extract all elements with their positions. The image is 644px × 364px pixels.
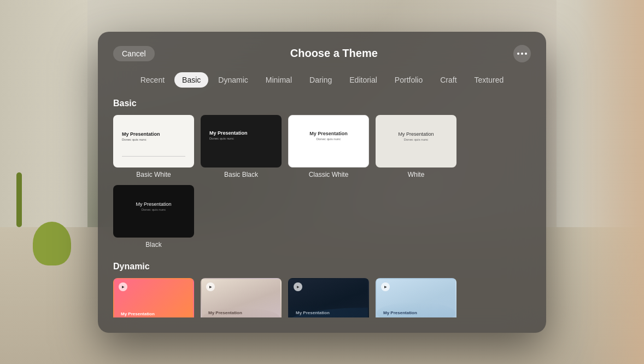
slide-title: My Presentation	[289, 131, 368, 136]
modal-title: Choose a Theme	[155, 47, 513, 60]
slide-title: My Presentation	[121, 311, 155, 316]
thumb-black: My Presentation Donec quis nunc	[113, 185, 194, 238]
theme-name-black: Black	[145, 241, 161, 249]
section-basic-label: Basic	[113, 99, 529, 108]
slide-line	[122, 156, 185, 157]
theme-basic-white[interactable]: My Presentation Donec quis nunc Basic Wh…	[113, 115, 194, 178]
play-icon-clouds-light: ▶	[381, 282, 390, 291]
slide-title: My Presentation	[122, 131, 160, 137]
tab-daring[interactable]: Daring	[302, 72, 339, 88]
slide-title: My Presentation	[377, 131, 455, 137]
section-dynamic-label: Dynamic	[113, 262, 529, 271]
slide-sub: Donec quis nunc	[289, 137, 368, 141]
plant-pot	[33, 222, 71, 265]
slide-sub: Donec quis nunc	[122, 138, 147, 141]
cancel-button[interactable]: Cancel	[113, 46, 155, 61]
slide-sub: Donec quis nunc	[114, 208, 193, 211]
play-icon-waves-light: ▶	[206, 282, 215, 291]
thumb-white: My Presentation Donec quis nunc	[376, 115, 456, 167]
plant-stem	[16, 172, 22, 227]
curtain-right	[578, 0, 644, 364]
theme-name-white: White	[408, 171, 425, 178]
theme-dynamic-clouds-light[interactable]: ▶ My Presentation Donec quis nunc Dynami…	[376, 278, 456, 317]
play-icon-colour: ▶	[119, 282, 127, 291]
tab-portfolio[interactable]: Portfolio	[387, 72, 430, 88]
tab-craft[interactable]: Craft	[432, 72, 464, 88]
theme-basic-black[interactable]: My Presentation Donec quis nunc Basic Bl…	[201, 115, 282, 178]
slide-sub: Donec quis nunc	[377, 138, 455, 141]
slide-title: My Presentation	[296, 310, 330, 315]
tab-editorial[interactable]: Editorial	[342, 72, 385, 88]
theme-dynamic-waves-dark[interactable]: ▶ My Presentation Donec quis nunc Dynami…	[288, 278, 369, 317]
theme-chooser-modal: Cancel Choose a Theme Recent Basic Dynam…	[98, 32, 546, 333]
more-dot-3	[525, 53, 527, 55]
theme-classic-white[interactable]: My Presentation Donec quis nunc Classic …	[288, 115, 369, 178]
tab-dynamic[interactable]: Dynamic	[210, 72, 255, 88]
slide-title: My Presentation	[383, 310, 417, 315]
tab-basic[interactable]: Basic	[174, 72, 208, 88]
dynamic-themes-grid: ▶ My Presentation Donec quis nunc Dynami…	[113, 278, 529, 317]
themes-container[interactable]: Basic My Presentation Donec quis nunc Ba…	[113, 99, 531, 317]
play-icon-waves-dark: ▶	[294, 282, 302, 291]
slide-title: My Presentation	[208, 310, 242, 315]
thumb-waves-light: ▶ My Presentation Donec quis nunc	[201, 278, 282, 317]
slide-title: My Presentation	[114, 201, 193, 207]
theme-dynamic-waves-light[interactable]: ▶ My Presentation Donec quis nunc Dynami…	[201, 278, 282, 317]
tab-recent[interactable]: Recent	[133, 72, 172, 88]
more-options-button[interactable]	[513, 45, 531, 62]
theme-dynamic-colour[interactable]: ▶ My Presentation Donec quis nunc Dynami…	[113, 278, 194, 317]
thumb-basic-black: My Presentation Donec quis nunc	[201, 115, 282, 167]
filter-tabs: Recent Basic Dynamic Minimal Daring Edit…	[113, 72, 531, 88]
thumb-classic-white: My Presentation Donec quis nunc	[288, 115, 369, 167]
theme-name-classic-white: Classic White	[309, 171, 349, 178]
slide-title: My Presentation	[209, 130, 248, 136]
thumb-clouds-light: ▶ My Presentation Donec quis nunc	[376, 278, 456, 317]
theme-name-basic-black: Basic Black	[224, 171, 258, 178]
thumb-basic-white: My Presentation Donec quis nunc	[113, 115, 194, 167]
thumb-dynamic-colour: ▶ My Presentation Donec quis nunc	[113, 278, 194, 317]
slide-sub: Donec quis nunc	[209, 137, 234, 140]
more-dot-2	[521, 53, 523, 55]
modal-header: Cancel Choose a Theme	[113, 45, 531, 62]
theme-name-basic-white: Basic White	[136, 171, 171, 178]
theme-white[interactable]: My Presentation Donec quis nunc White	[376, 115, 456, 178]
thumb-waves-dark: ▶ My Presentation Donec quis nunc	[288, 278, 369, 317]
tab-textured[interactable]: Textured	[467, 72, 512, 88]
wave-decoration	[289, 308, 368, 317]
tab-minimal[interactable]: Minimal	[258, 72, 300, 88]
more-dot-1	[517, 53, 519, 55]
basic-themes-grid: My Presentation Donec quis nunc Basic Wh…	[113, 115, 529, 249]
theme-black[interactable]: My Presentation Donec quis nunc Black	[113, 185, 194, 249]
